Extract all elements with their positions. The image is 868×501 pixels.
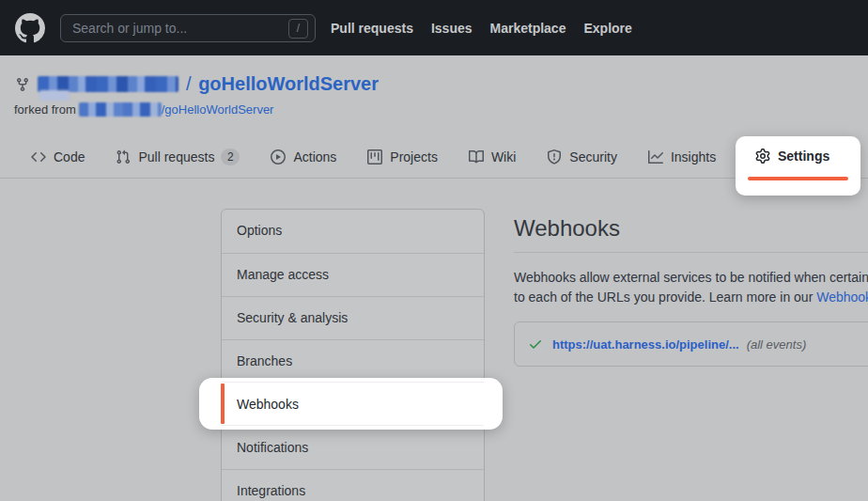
project-icon xyxy=(367,149,382,164)
sidebar-item-webhooks[interactable]: Webhooks xyxy=(221,382,484,426)
tab-label: Actions xyxy=(293,149,336,164)
webhook-url-link[interactable]: https://uat.harness.io/pipeline/... xyxy=(552,337,739,352)
sidebar-item-manage-access[interactable]: Manage access xyxy=(222,253,484,296)
description-text: to each of the URLs you provide. Learn m… xyxy=(514,290,816,305)
search-input[interactable] xyxy=(61,15,315,41)
tab-insights[interactable]: Insights xyxy=(648,149,716,164)
selected-tab-underline xyxy=(748,177,848,180)
pull-request-count-badge: 2 xyxy=(221,149,240,165)
header-nav: Pull requests Issues Marketplace Explore xyxy=(331,21,632,36)
sidebar-item-notifications[interactable]: Notifications xyxy=(222,426,484,469)
pull-request-icon xyxy=(116,149,131,164)
censored-upstream-owner xyxy=(79,102,162,117)
nav-marketplace[interactable]: Marketplace xyxy=(490,21,566,36)
tab-label: Wiki xyxy=(491,149,516,164)
tab-label: Settings xyxy=(778,149,829,164)
tab-projects[interactable]: Projects xyxy=(367,149,438,164)
global-header: / Pull requests Issues Marketplace Explo… xyxy=(0,0,868,55)
sidebar-item-security-analysis[interactable]: Security & analysis xyxy=(222,296,484,339)
repo-title: / goHelloWorldServer xyxy=(184,73,379,95)
sidebar-item-label: Webhooks xyxy=(221,397,299,412)
webhooks-settings-panel: Webhooks Webhooks allow external service… xyxy=(514,209,868,367)
webhooks-item-spotlight: Webhooks xyxy=(199,378,503,430)
page-title: Webhooks xyxy=(514,209,868,243)
upstream-repo-link[interactable]: /goHelloWorldServer xyxy=(162,102,274,117)
webhooks-description: Webhooks allow external services to be n… xyxy=(514,268,868,307)
tab-label: Code xyxy=(54,149,85,164)
sidebar-item-branches[interactable]: Branches xyxy=(222,339,484,383)
tab-label: Projects xyxy=(390,149,438,164)
selected-item-bar xyxy=(221,384,225,424)
gear-icon xyxy=(755,149,770,164)
repo-title-row: / goHelloWorldServer xyxy=(15,73,379,95)
forked-from-label: forked from xyxy=(14,102,76,117)
censored-fragment xyxy=(39,90,70,101)
graph-icon xyxy=(648,149,663,164)
webhook-events-label: (all events) xyxy=(747,337,807,352)
nav-issues[interactable]: Issues xyxy=(431,21,473,36)
title-divider xyxy=(514,252,868,253)
tab-actions[interactable]: Actions xyxy=(271,149,336,164)
settings-tab-spotlight: Settings xyxy=(736,136,860,196)
nav-explore[interactable]: Explore xyxy=(583,21,631,36)
tab-label: Insights xyxy=(671,149,716,164)
webhooks-guide-link[interactable]: Webhooks Guide. xyxy=(816,290,868,305)
tab-code[interactable]: Code xyxy=(31,149,85,164)
repo-separator: / xyxy=(186,73,192,94)
repo-forked-icon xyxy=(15,77,30,92)
description-line-2: to each of the URLs you provide. Learn m… xyxy=(514,288,868,307)
book-icon xyxy=(469,149,484,164)
tab-settings[interactable]: Settings xyxy=(755,149,829,164)
play-icon xyxy=(271,149,286,164)
tab-label: Security xyxy=(569,149,617,164)
webhook-list-item: https://uat.harness.io/pipeline/... (all… xyxy=(514,321,868,367)
slash-shortcut-key: / xyxy=(288,19,308,39)
github-logo-icon[interactable] xyxy=(15,13,45,43)
sidebar-item-options[interactable]: Options xyxy=(222,210,484,253)
repo-tab-bar: Code Pull requests 2 Actions Projects Wi… xyxy=(31,140,716,174)
nav-pull-requests[interactable]: Pull requests xyxy=(331,21,413,36)
check-icon xyxy=(528,337,543,352)
description-line-1: Webhooks allow external services to be n… xyxy=(514,268,868,288)
tab-wiki[interactable]: Wiki xyxy=(469,149,516,164)
shield-icon xyxy=(547,149,562,164)
repo-name-link[interactable]: goHelloWorldServer xyxy=(198,73,379,94)
global-search: / xyxy=(60,14,316,42)
forked-from-row: forked from /goHelloWorldServer xyxy=(14,102,273,117)
settings-sidebar-menu: Options Manage access Security & analysi… xyxy=(221,209,485,501)
tab-pull-requests[interactable]: Pull requests 2 xyxy=(116,149,240,165)
code-icon xyxy=(31,149,46,164)
tab-label: Pull requests xyxy=(138,149,214,164)
sidebar-item-integrations[interactable]: Integrations xyxy=(222,469,484,501)
tab-security[interactable]: Security xyxy=(547,149,617,164)
github-settings-page: { "header": { "search_placeholder": "Sea… xyxy=(0,0,868,501)
